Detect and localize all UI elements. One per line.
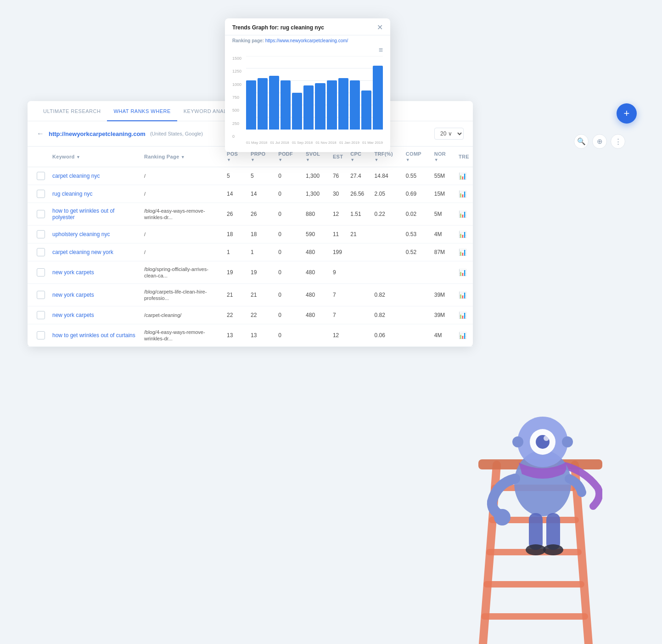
back-arrow-icon[interactable]: ← bbox=[37, 130, 44, 138]
trend-chart-icon[interactable]: 📊 bbox=[459, 190, 466, 198]
x-label: 01 Sep 2018 bbox=[292, 141, 313, 145]
cell-svol bbox=[302, 324, 329, 347]
cell-pos: 1 bbox=[223, 243, 247, 261]
col-comp[interactable]: COMP ▼ bbox=[402, 147, 431, 167]
cell-comp bbox=[402, 284, 431, 306]
row-checkbox[interactable] bbox=[37, 172, 45, 180]
cell-trf: 0.82 bbox=[371, 284, 402, 306]
settings-button[interactable]: ⊕ bbox=[592, 134, 607, 149]
chart-area: 1500125010007505002500 01 May 201801 Jul… bbox=[225, 56, 390, 145]
chart-bar bbox=[315, 83, 325, 130]
keyword-link[interactable]: new york carpets bbox=[52, 269, 94, 276]
svg-point-24 bbox=[543, 544, 563, 555]
keyword-link[interactable]: new york carpets bbox=[52, 292, 94, 298]
cell-trf: 2.05 bbox=[371, 185, 402, 203]
page-link[interactable]: /blog/4-easy-ways-remove-wrinkles-dr... bbox=[144, 208, 205, 220]
trend-chart-icon[interactable]: 📊 bbox=[459, 269, 466, 276]
svg-point-25 bbox=[512, 436, 523, 447]
keyword-link[interactable]: how to get wrinkles out of polyester bbox=[52, 208, 114, 220]
row-checkbox[interactable] bbox=[37, 210, 45, 218]
page-link[interactable]: / bbox=[144, 191, 146, 197]
cell-svol: 480 bbox=[302, 306, 329, 324]
url-display[interactable]: http://newyorkcarpetcleaning.com bbox=[49, 130, 146, 137]
cell-comp: 0.52 bbox=[402, 243, 431, 261]
chart-bar bbox=[303, 85, 314, 130]
row-checkbox[interactable] bbox=[37, 291, 45, 299]
keyword-link[interactable]: rug cleaning nyc bbox=[52, 191, 92, 197]
cell-podf: 0 bbox=[275, 203, 302, 226]
trends-ranking-page: Ranking page: https://www.newyorkcarpetc… bbox=[225, 35, 390, 46]
y-label: 0 bbox=[232, 134, 241, 139]
col-page[interactable]: Ranking Page ▼ bbox=[140, 147, 223, 167]
keyword-link[interactable]: new york carpets bbox=[52, 312, 94, 318]
cell-nor bbox=[431, 261, 455, 284]
keyword-link[interactable]: upholstery cleaning nyc bbox=[52, 231, 110, 237]
cell-est: 12 bbox=[329, 203, 347, 226]
chart-menu-icon[interactable]: ≡ bbox=[225, 46, 390, 56]
close-icon[interactable]: ✕ bbox=[377, 24, 383, 31]
trend-chart-icon[interactable]: 📊 bbox=[459, 291, 466, 299]
trend-chart-icon[interactable]: 📊 bbox=[459, 332, 466, 339]
cell-nor: 15M bbox=[431, 185, 455, 203]
trend-chart-icon[interactable]: 📊 bbox=[459, 311, 466, 319]
cell-nor: 4M bbox=[431, 226, 455, 243]
y-label: 1000 bbox=[232, 82, 241, 87]
cell-pos: 5 bbox=[223, 167, 247, 185]
cell-prpo: 22 bbox=[247, 306, 275, 324]
keyword-link[interactable]: how to get wrinkles out of curtains bbox=[52, 332, 135, 339]
x-label: 01 Jan 2019 bbox=[339, 141, 359, 145]
chart-bar bbox=[269, 76, 279, 130]
cell-svol: 590 bbox=[302, 226, 329, 243]
chart-container: 1500125010007505002500 bbox=[232, 56, 383, 139]
cell-prpo: 21 bbox=[247, 284, 275, 306]
row-checkbox[interactable] bbox=[37, 190, 45, 198]
per-page-select[interactable]: 20 ∨ 50 100 bbox=[434, 128, 464, 140]
page-link[interactable]: /carpet-cleaning/ bbox=[144, 312, 181, 318]
table-row: new york carpets/blog/spring-officially-… bbox=[28, 261, 473, 284]
cell-svol: 480 bbox=[302, 261, 329, 284]
row-checkbox[interactable] bbox=[37, 331, 45, 339]
cell-nor: 39M bbox=[431, 306, 455, 324]
chart-bar bbox=[361, 90, 371, 130]
cell-cpc bbox=[347, 324, 370, 347]
page-link[interactable]: / bbox=[144, 173, 146, 179]
trend-chart-icon[interactable]: 📊 bbox=[459, 249, 466, 256]
keyword-link[interactable]: carpet cleaning new york bbox=[52, 249, 113, 255]
col-keyword[interactable]: Keyword ▼ bbox=[49, 147, 140, 167]
page-link[interactable]: / bbox=[144, 232, 146, 237]
cell-pos: 18 bbox=[223, 226, 247, 243]
cell-podf: 0 bbox=[275, 306, 302, 324]
trend-chart-icon[interactable]: 📊 bbox=[459, 210, 466, 218]
page-link[interactable]: /blog/spring-officially-arrives-clean-ca… bbox=[144, 266, 208, 278]
robot-character bbox=[483, 378, 602, 607]
col-nor[interactable]: NOR ▼ bbox=[431, 147, 455, 167]
trend-chart-icon[interactable]: 📊 bbox=[459, 231, 466, 238]
chart-bar bbox=[292, 93, 302, 130]
tab-what-ranks-where[interactable]: WHAT RANKS WHERE bbox=[107, 101, 177, 121]
chart-bars bbox=[246, 56, 383, 130]
row-checkbox[interactable] bbox=[37, 230, 45, 238]
cell-trf bbox=[371, 226, 402, 243]
chart-bar bbox=[338, 78, 348, 130]
row-checkbox[interactable] bbox=[37, 268, 45, 277]
cell-prpo: 1 bbox=[247, 243, 275, 261]
page-link[interactable]: / bbox=[144, 249, 146, 255]
row-checkbox[interactable] bbox=[37, 311, 45, 319]
cell-svol: 880 bbox=[302, 203, 329, 226]
cell-prpo: 19 bbox=[247, 261, 275, 284]
cell-comp: 0.53 bbox=[402, 226, 431, 243]
add-fab-button[interactable]: + bbox=[617, 103, 637, 124]
trend-chart-icon[interactable]: 📊 bbox=[459, 172, 466, 180]
tab-ultimate-research[interactable]: ULTIMATE RESEARCH bbox=[37, 101, 107, 121]
page-link[interactable]: /blog/4-easy-ways-remove-wrinkles-dr... bbox=[144, 329, 205, 341]
search-button[interactable]: 🔍 bbox=[574, 134, 589, 149]
more-options-button[interactable]: ⋮ bbox=[611, 134, 625, 149]
cell-comp bbox=[402, 261, 431, 284]
ranking-label: Ranking page: bbox=[232, 38, 264, 43]
page-link[interactable]: /blog/carpets-life-clean-hire-professio.… bbox=[144, 289, 207, 301]
row-checkbox[interactable] bbox=[37, 248, 45, 256]
keyword-link[interactable]: carpet cleaning nyc bbox=[52, 173, 100, 179]
cell-podf: 0 bbox=[275, 167, 302, 185]
cell-comp bbox=[402, 324, 431, 347]
cell-pos: 19 bbox=[223, 261, 247, 284]
